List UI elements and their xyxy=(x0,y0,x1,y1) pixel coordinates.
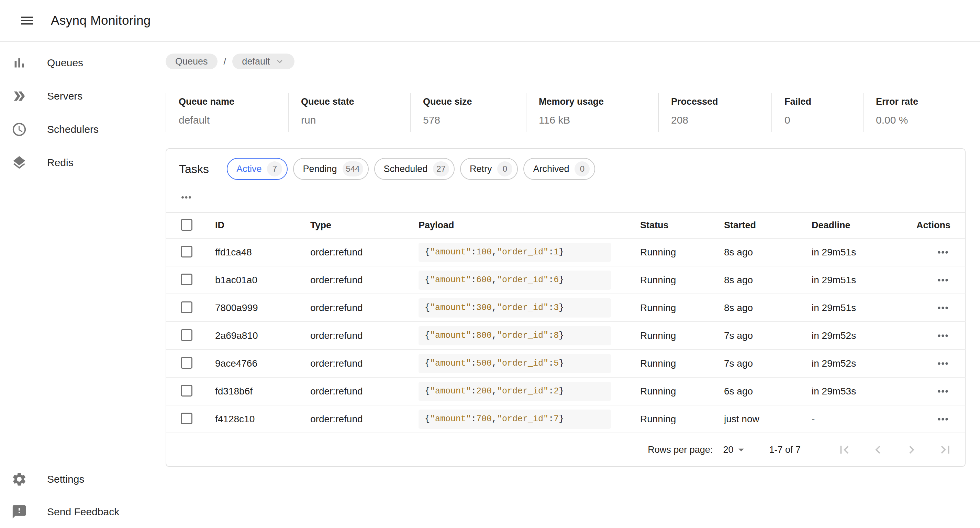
chevron-right-button[interactable] xyxy=(904,442,920,458)
tab-retry[interactable]: Retry0 xyxy=(460,158,518,180)
column-header-actions: Actions xyxy=(899,212,966,238)
column-header-deadline: Deadline xyxy=(797,212,899,238)
stat-label: Error rate xyxy=(876,95,963,108)
stat-value: 578 xyxy=(423,113,522,127)
row-checkbox[interactable] xyxy=(181,274,192,285)
chevron-right-icon xyxy=(904,442,920,458)
stat-value: 0.00 % xyxy=(876,113,963,127)
stat-label: Queue state xyxy=(301,95,407,108)
task-status-cell: Running xyxy=(626,377,710,405)
row-actions-button[interactable] xyxy=(935,384,950,399)
double-arrow-icon xyxy=(11,88,27,104)
select-all-checkbox[interactable] xyxy=(181,219,192,231)
sidebar-item-send-feedback[interactable]: Send Feedback xyxy=(0,495,119,528)
row-checkbox[interactable] xyxy=(181,357,192,369)
task-payload-cell: {"amount":500,"order_id":5} xyxy=(404,349,626,377)
tab-count-badge: 0 xyxy=(574,161,590,176)
queue-stats: Queue namedefaultQueue staterunQueue siz… xyxy=(165,93,966,132)
task-started-cell: 8s ago xyxy=(710,294,797,322)
menu-button[interactable] xyxy=(19,13,35,29)
payload-json: {"amount":300,"order_id":3} xyxy=(418,298,611,317)
arrow-drop-down-icon xyxy=(735,443,748,456)
stat-queue-name: Queue namedefault xyxy=(165,93,288,132)
stat-processed: Processed208 xyxy=(658,93,772,132)
first-page-button[interactable] xyxy=(836,442,852,458)
task-id-cell: f4128c10 xyxy=(200,405,296,433)
more-horiz-icon xyxy=(935,384,950,399)
task-started-cell: 7s ago xyxy=(710,322,797,349)
sidebar-item-redis[interactable]: Redis xyxy=(0,146,73,179)
tab-count-badge: 27 xyxy=(433,161,449,176)
task-id-cell: 2a69a810 xyxy=(200,322,296,349)
tab-count-badge: 544 xyxy=(343,161,363,176)
tab-pending[interactable]: Pending544 xyxy=(293,158,368,180)
tab-scheduled[interactable]: Scheduled27 xyxy=(374,158,455,180)
task-deadline-cell: in 29m51s xyxy=(797,294,899,322)
sidebar-item-queues[interactable]: Queues xyxy=(0,46,83,79)
row-checkbox[interactable] xyxy=(181,246,192,257)
row-actions-button[interactable] xyxy=(935,328,950,343)
row-actions-button[interactable] xyxy=(935,412,950,427)
task-status-cell: Running xyxy=(626,405,710,433)
tab-archived[interactable]: Archived0 xyxy=(523,158,595,180)
task-deadline-cell: - xyxy=(797,405,899,433)
table-more-options-button[interactable] xyxy=(179,190,194,205)
tab-label: Pending xyxy=(303,164,337,174)
sidebar-item-label: Servers xyxy=(47,90,83,102)
stat-label: Processed xyxy=(671,95,768,108)
row-checkbox[interactable] xyxy=(181,329,192,341)
main-content: Queues / default Queue namedefaultQueue … xyxy=(165,42,980,528)
tab-count-badge: 0 xyxy=(497,161,512,176)
task-started-cell: just now xyxy=(710,405,797,433)
row-actions-button[interactable] xyxy=(935,356,950,371)
task-row: 2a69a810order:refund{"amount":800,"order… xyxy=(166,322,966,349)
sidebar-item-servers[interactable]: Servers xyxy=(0,79,83,113)
stat-value: 0 xyxy=(784,113,859,127)
sidebar-item-label: Schedulers xyxy=(47,124,99,135)
app-title: Asynq Monitoring xyxy=(51,13,151,28)
sidebar-item-schedulers[interactable]: Schedulers xyxy=(0,113,99,146)
task-state-tabs: Active7Pending544Scheduled27Retry0Archiv… xyxy=(227,158,595,180)
column-header-type: Type xyxy=(296,212,404,238)
task-type-cell: order:refund xyxy=(296,349,404,377)
chevron-left-button[interactable] xyxy=(870,442,886,458)
tab-label: Retry xyxy=(470,164,492,174)
task-row: f4128c10order:refund{"amount":700,"order… xyxy=(166,405,966,433)
breadcrumb-queues-chip[interactable]: Queues xyxy=(165,54,218,69)
queue-select-chip[interactable]: default xyxy=(232,54,294,69)
row-actions-button[interactable] xyxy=(935,245,950,260)
stat-value: 116 kB xyxy=(539,113,655,127)
breadcrumb: Queues / default xyxy=(165,54,966,69)
row-checkbox[interactable] xyxy=(181,301,192,313)
first-page-icon xyxy=(836,442,852,458)
task-type-cell: order:refund xyxy=(296,405,404,433)
stat-queue-size: Queue size578 xyxy=(410,93,526,132)
rows-per-page-select[interactable]: 20 xyxy=(723,443,748,456)
sidebar-item-settings[interactable]: Settings xyxy=(0,463,84,495)
column-header-id: ID xyxy=(200,212,296,238)
stat-value: 208 xyxy=(671,113,768,127)
task-deadline-cell: in 29m51s xyxy=(797,266,899,294)
payload-json: {"amount":800,"order_id":8} xyxy=(418,326,611,346)
stat-label: Queue name xyxy=(179,95,285,108)
tab-active[interactable]: Active7 xyxy=(227,158,288,180)
task-started-cell: 8s ago xyxy=(710,238,797,266)
task-status-cell: Running xyxy=(626,294,710,322)
stat-value: default xyxy=(179,113,285,127)
layers-icon xyxy=(11,155,27,171)
sidebar: QueuesServersSchedulersRedis SettingsSen… xyxy=(0,42,165,528)
tab-label: Active xyxy=(236,164,262,174)
stat-failed: Failed0 xyxy=(772,93,863,132)
task-row: 9ace4766order:refund{"amount":500,"order… xyxy=(166,349,966,377)
row-checkbox[interactable] xyxy=(181,413,192,424)
row-actions-button[interactable] xyxy=(935,273,950,288)
task-started-cell: 7s ago xyxy=(710,349,797,377)
row-checkbox[interactable] xyxy=(181,385,192,396)
row-actions-button[interactable] xyxy=(935,300,950,316)
task-payload-cell: {"amount":100,"order_id":1} xyxy=(404,238,626,266)
stat-error-rate: Error rate0.00 % xyxy=(863,93,966,132)
task-status-cell: Running xyxy=(626,238,710,266)
last-page-button[interactable] xyxy=(937,442,953,458)
last-page-icon xyxy=(937,442,953,458)
column-header-status: Status xyxy=(626,212,710,238)
